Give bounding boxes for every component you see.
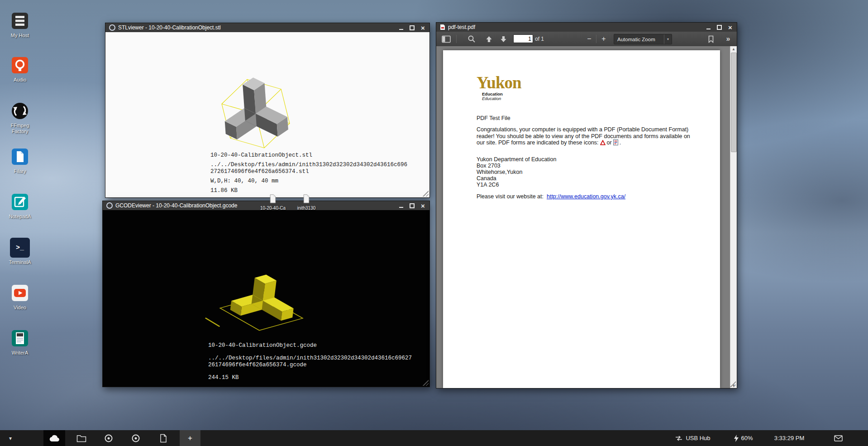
pdf-form-icon (613, 139, 618, 145)
tray-clock[interactable]: 3:33:29 PM (766, 430, 813, 446)
pdf-viewer-window: pdf-test.pdf × of 1 − (436, 22, 737, 388)
purge-line (205, 318, 220, 326)
minimize-button[interactable] (398, 203, 404, 209)
desktop-icon-ffmpeg-factory[interactable]: FFmpeg Factory (3, 101, 37, 134)
taskbar-gcodeviewer-button[interactable] (125, 430, 147, 446)
taskbar-new-button[interactable]: + (180, 430, 200, 446)
desktop-icon-label: Filary (3, 168, 37, 174)
gcode-3d-viewport[interactable]: 10-20-40-CalibrationObject.gcode ../../D… (103, 210, 429, 387)
yukon-logo-education-fr: Éducation (482, 96, 501, 101)
desktop: My Host Audio FFmpeg Factory Filary Note… (0, 0, 868, 446)
website-label: Please visit our website at: (477, 193, 544, 200)
stl-filesize: 11.86 KB (210, 187, 407, 194)
zoom-in-button[interactable]: + (598, 32, 609, 46)
taskbar-pdf-button[interactable] (153, 430, 174, 446)
stl-path-line2: 2726174696f6e4f626a656374.stl (210, 168, 407, 175)
stl-app-icon (109, 24, 115, 31)
tray-usb-hub[interactable]: USB Hub (666, 430, 720, 446)
gcode-viewer-window: GCODEviewer - 10-20-40-CalibrationObject… (102, 201, 430, 387)
zoom-out-button[interactable]: − (584, 32, 595, 46)
bookmark-button[interactable] (705, 32, 717, 46)
stl-filename: 10-20-40-CalibrationObject.stl (210, 152, 407, 159)
website-link[interactable]: http://www.education.gov.yk.ca/ (547, 193, 625, 200)
paragraph-line: Congratulations, your computer is equipp… (477, 126, 690, 133)
toggle-sidebar-button[interactable] (440, 32, 453, 46)
stl-path-line1: ../../Desktop/files/admin/inith31302d323… (210, 162, 407, 168)
tray-battery[interactable]: 60% (730, 430, 758, 446)
window-controls: × (398, 25, 426, 31)
power-icon (734, 435, 739, 442)
tray-messages[interactable] (828, 430, 848, 446)
terminal-icon: >_ (10, 238, 30, 258)
find-button[interactable] (465, 32, 478, 46)
pdf-content-area: Yukon Education Éducation PDF Test File … (436, 46, 737, 388)
gcode-filesize: 244.15 KB (208, 374, 412, 381)
close-button[interactable]: × (420, 203, 426, 209)
terminal-glyph: >_ (16, 244, 24, 252)
chevron-down-icon: ▾ (664, 34, 672, 44)
desktop-icon-video[interactable]: Video (3, 283, 37, 311)
maximize-button[interactable] (716, 24, 722, 30)
taskbar-stlviewer-button[interactable] (98, 430, 119, 446)
sidebar-toggle-icon (442, 35, 451, 43)
desktop-icon-my-host[interactable]: My Host (3, 11, 37, 38)
arrow-up-icon (486, 36, 492, 43)
pdf-document-icon (160, 434, 167, 443)
previous-page-button[interactable] (482, 32, 495, 46)
minimize-button[interactable] (398, 25, 404, 31)
desktop-icon-filary[interactable]: Filary (3, 147, 37, 174)
paragraph-line: reader! You should be able to view any o… (477, 133, 690, 140)
usb-icon (675, 436, 682, 441)
pdf-doc-heading: PDF Test File (477, 115, 510, 121)
taskbar-menu-caret[interactable]: ▾ (4, 430, 17, 446)
ffmpeg-icon (10, 101, 30, 121)
arrow-down-icon (500, 36, 507, 43)
battery-percent-label: 60% (741, 435, 753, 441)
desktop-icon-audio[interactable]: Audio (3, 55, 37, 83)
taskbar-cloud-button[interactable] (43, 430, 65, 446)
stl-3d-viewport[interactable]: 10-20-40-CalibrationObject.stl ../../Des… (105, 32, 429, 197)
gcode-window-title: GCODEviewer - 10-20-40-CalibrationObject… (115, 202, 396, 209)
desktop-icon-label: FFmpeg Factory (3, 123, 37, 134)
zoom-level-value: Automatic Zoom (614, 37, 664, 42)
close-button[interactable]: × (420, 25, 426, 31)
acrobat-pdf-icon (600, 140, 606, 145)
close-button[interactable]: × (727, 24, 733, 30)
usb-hub-label: USB Hub (686, 435, 710, 441)
file-icon (268, 194, 277, 203)
desktop-icon-writera[interactable]: WriterA (3, 328, 37, 356)
notepad-icon (10, 192, 30, 212)
scrollbar-thumb[interactable] (731, 53, 737, 152)
stl-window-title: STLviewer - 10-20-40-CalibrationObject.s… (118, 24, 396, 31)
minimize-button[interactable] (706, 24, 711, 30)
gcode-filename: 10-20-40-CalibrationObject.gcode (208, 342, 412, 349)
page-number-input[interactable] (513, 34, 533, 43)
desktop-icon-terminala[interactable]: >_ TerminalA (3, 238, 37, 265)
next-page-button[interactable] (497, 32, 510, 46)
window-controls: × (706, 24, 733, 30)
resize-grip[interactable] (422, 379, 429, 386)
pdf-app-icon (440, 24, 445, 30)
host-icon (10, 11, 30, 31)
stl-dimensions: W,D,H: 40, 40, 40 mm (210, 178, 407, 185)
more-tools-button[interactable]: » (722, 32, 734, 46)
files-icon (10, 147, 30, 167)
desktop-file-stl[interactable]: 10-20-40-Ca (257, 194, 289, 211)
maximize-button[interactable] (409, 25, 415, 31)
pdf-titlebar[interactable]: pdf-test.pdf × (436, 23, 737, 32)
envelope-icon (834, 435, 843, 441)
resize-grip[interactable] (422, 190, 429, 197)
scroll-up-arrow[interactable]: ▲ (730, 46, 737, 52)
stl-titlebar[interactable]: STLviewer - 10-20-40-CalibrationObject.s… (105, 23, 429, 32)
desktop-file-inith[interactable]: inith3130 (291, 194, 322, 211)
pdf-scrollbar[interactable]: ▲ ▼ (730, 46, 737, 388)
maximize-button[interactable] (409, 203, 415, 209)
gcode-3d-render (191, 224, 335, 360)
address-line: Whitehorse,Yukon (477, 169, 557, 175)
paragraph-text: or (607, 139, 612, 146)
zoom-level-select[interactable]: Automatic Zoom ▾ (614, 34, 672, 44)
search-icon (467, 35, 476, 43)
gcode-object-model (229, 271, 297, 322)
desktop-icon-notepada[interactable]: NotepadA (3, 192, 37, 220)
taskbar-files-button[interactable] (71, 430, 92, 446)
